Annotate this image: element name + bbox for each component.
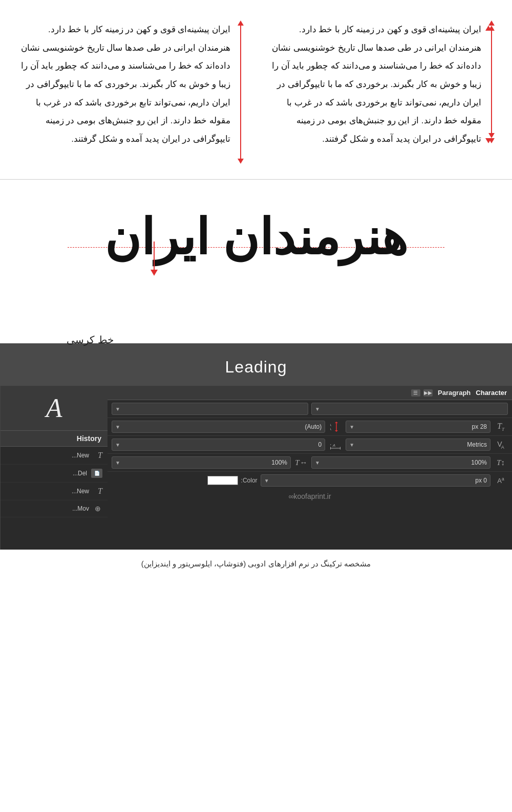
history-item-label-0: New... [72,452,89,459]
color-swatch[interactable] [207,476,238,485]
svg-text:A: A [332,443,335,448]
history-title: History [77,434,101,443]
right-paragraph: ایران پیشینه‌ای قوی و کهن در زمینه کار ب… [15,20,230,148]
column-right: ایران پیشینه‌ای قوی و کهن در زمینه کار ب… [15,20,246,164]
baseline-arrow [151,242,158,276]
footer-section: مشخصه ترکینگ در نرم افزارهای ادوبی (فتوش… [0,550,512,579]
font-style-select[interactable]: ▼ [112,403,308,415]
baseline-shift-icon: Aa [494,476,508,485]
history-item-icon-3: ⊕ [93,504,102,513]
scale-v-select[interactable]: 100% ▼ [311,456,490,469]
baseline-arrow-head [151,270,158,276]
arrow-right [236,20,246,164]
left-paragraph: ایران پیشینه‌ای قوی و کهن در زمینه کار ب… [266,20,481,148]
section-text-columns: ایران پیشینه‌ای قوی و کهن در زمینه کار ب… [0,0,512,180]
history-item-0[interactable]: T New... [1,447,108,465]
font-family-row: ▼ ▼ [108,400,512,418]
history-item-label-1: Del... [73,470,87,477]
right-text-block: ایران پیشینه‌ای قوی و کهن در زمینه کار ب… [15,20,230,148]
panel-tabs: Character Paragraph ▶▶ ☰ [108,386,512,400]
footer-caption: مشخصه ترکینگ در نرم افزارهای ادوبی (فتوش… [10,559,502,568]
svg-text:A: A [330,427,331,431]
svg-marker-9 [340,447,340,450]
history-item-1[interactable]: 📄 Del... [1,465,108,482]
title-container: هنرمندان ایران [68,210,444,265]
char-panel-main: Character Paragraph ▶▶ ☰ ▼ [108,386,512,550]
scale-row: ↕T 100% ▼ ↔T 100% ▼ [108,454,512,472]
color-label: Color: [241,477,258,484]
section-leading-header: Leading [0,343,512,386]
history-item-3[interactable]: ⊕ Mov... [1,500,108,517]
svg-marker-4 [335,430,338,432]
scale-h-icon: ↔T [294,458,308,467]
tab-paragraph[interactable]: Paragraph [438,389,471,397]
character-panel-wrapper: Character Paragraph ▶▶ ☰ ▼ [0,386,512,550]
history-item-icon-0: T [93,451,102,460]
font-family-select[interactable]: ▼ [311,403,508,415]
font-size-select[interactable]: 28 px ▼ [346,421,490,433]
leading-icon: A A [328,422,343,432]
tracking-icon: V A [328,440,343,450]
scale-v-icon: ↕T [494,458,508,467]
scale-h-select[interactable]: 100% ▼ [112,456,291,469]
leading-select[interactable]: (Auto) ▼ [112,421,325,433]
panel-icons: ▶▶ ☰ [411,389,433,397]
font-icon-area: A [1,386,108,431]
section-title: هنرمندان ایران خط کرسی [0,180,512,343]
history-header: History [1,431,108,447]
panel-icon-forward[interactable]: ▶▶ [423,389,433,397]
baseline-label: خط کرسی [67,334,114,346]
baseline-arrow-line [154,242,155,270]
arrow-left [486,20,497,143]
tab-character[interactable]: Character [476,389,507,397]
baseline-shift-field[interactable]: 0 px ▼ [261,474,490,487]
history-panel: A History T New... 📄 Del... T New... [0,386,108,550]
font-size-icon: TT [494,422,508,432]
svg-marker-8 [330,447,331,450]
character-panel: Character Paragraph ▶▶ ☰ ▼ [0,386,512,550]
baseline-color-row: Aa 0 px ▼ Color: [108,472,512,489]
svg-marker-3 [335,422,338,423]
left-text-block: ایران پیشینه‌ای قوی و کهن در زمینه کار ب… [266,20,481,148]
font-large-icon: A [46,393,62,423]
history-item-icon-2: T [93,487,102,496]
kern-type-select[interactable]: Metrics ▼ [346,438,490,451]
kerning-icon: VA [494,440,508,450]
history-item-icon-1: 📄 [91,469,102,478]
history-item-label-2: New... [72,488,89,495]
leading-title: Leading [225,358,287,376]
kern-value-field[interactable]: 0 ▼ [112,438,325,451]
history-item-2[interactable]: T New... [1,482,108,500]
column-left: ایران پیشینه‌ای قوی و کهن در زمینه کار ب… [266,20,497,164]
svg-text:A: A [330,423,331,427]
size-leading-row: TT 28 px ▼ A A (Auto) [108,418,512,436]
panel-icon-menu[interactable]: ☰ [411,389,420,397]
watermark-label: ∞koofaprint.ir [288,492,331,500]
kerning-row: VA Metrics ▼ V A 0 ▼ [108,436,512,454]
history-item-label-3: Mov... [72,505,89,512]
main-persian-title: هنرمندان ایران [68,210,444,265]
